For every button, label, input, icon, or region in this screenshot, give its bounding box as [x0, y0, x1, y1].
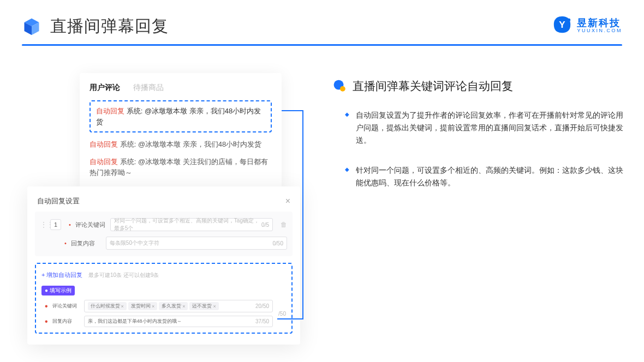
content-input[interactable]: 每条限50个中文字符 0/50	[106, 237, 287, 250]
tag-close-icon[interactable]: ×	[121, 304, 124, 309]
page-header: 直播间弹幕回复 Y 昱新科技 YUUXIN.COM	[0, 0, 644, 44]
tag-chip[interactable]: 发货时间×	[128, 302, 157, 310]
connector-line	[277, 318, 303, 319]
chat-bubble-icon	[333, 79, 347, 93]
logo-main-text: 昱新科技	[577, 18, 622, 28]
example-keyword-input[interactable]: 什么时候发货× 发货时间× 多久发货× 还不发货× 20/50	[84, 300, 273, 312]
example-content-counter: 37/50	[255, 318, 269, 324]
row-index-badge: 1	[50, 219, 61, 230]
example-keyword-counter: 20/50	[255, 303, 269, 309]
connector-line	[302, 110, 303, 319]
trash-icon[interactable]: 🗑	[281, 221, 287, 228]
required-dot: •	[64, 240, 67, 246]
auto-reply-tag: 自动回复	[90, 140, 118, 148]
tag-chip[interactable]: 多久发货×	[159, 302, 188, 310]
add-row: + 增加自动回复 最多可建10条 还可以创建9条	[41, 269, 286, 285]
tab-pending-products[interactable]: 待播商品	[133, 83, 164, 93]
comments-tabs: 用户评论 待播商品	[90, 83, 272, 93]
example-content-input[interactable]: 亲，我们这边都是下单48小时内发货的哦～ 37/50	[84, 316, 273, 327]
svg-point-1	[568, 19, 571, 22]
description-column: 直播间弹幕关键词评论自动回复 自动回复设置为了提升作者的评论回复效率，作者可在开…	[333, 62, 624, 207]
logo-sub-text: YUUXIN.COM	[577, 28, 622, 33]
content-label: 回复内容	[71, 239, 102, 248]
logo-icon: Y	[552, 15, 573, 36]
required-dot: •	[45, 317, 48, 327]
comment-row: 自动回复 系统: @冰墩墩本墩 亲亲，我们48小时内发货	[90, 139, 272, 150]
tab-user-comments[interactable]: 用户评论	[90, 83, 120, 93]
content-placeholder: 每条限50个中文字符	[110, 239, 159, 247]
page-title: 直播间弹幕回复	[50, 15, 169, 38]
auto-reply-tag: 自动回复	[96, 107, 124, 115]
bullet-list: 自动回复设置为了提升作者的评论回复效率，作者可在开播前针对常见的评论用户问题，提…	[333, 109, 624, 189]
svg-point-3	[340, 86, 345, 92]
tag-close-icon[interactable]: ×	[152, 304, 154, 309]
system-prefix: 系统:	[127, 107, 143, 115]
example-callout: + 增加自动回复 最多可建10条 还可以创建9条 ● 填写示例 • 评论关键词 …	[35, 263, 293, 334]
tag-chips: 什么时候发货× 发货时间× 多久发货× 还不发货×	[88, 302, 220, 310]
form-block: ⋮⋮ 1 • 评论关键词 对同一个问题，可设置多个相近、高频的关键词，Tag确定…	[35, 212, 293, 256]
example-badge: ● 填写示例	[41, 286, 75, 295]
tag-close-icon[interactable]: ×	[213, 304, 216, 309]
system-prefix: 系统:	[120, 140, 136, 148]
settings-title: 自动回复设置	[37, 196, 80, 206]
highlighted-comment-callout: 自动回复 系统: @冰墩墩本墩 亲亲，我们48小时内发货	[90, 100, 272, 132]
required-dot: •	[69, 221, 71, 228]
required-dot: •	[45, 301, 48, 311]
example-keyword-row: • 评论关键词 什么时候发货× 发货时间× 多久发货× 还不发货× 20/50	[41, 300, 273, 312]
drag-handle-icon[interactable]: ⋮⋮	[40, 221, 46, 228]
auto-reply-tag: 自动回复	[90, 158, 118, 166]
close-icon[interactable]: ×	[285, 196, 290, 206]
auto-reply-settings-card: 自动回复设置 × ⋮⋮ 1 • 评论关键词 对同一个问题，可设置多个相近、高频的…	[27, 186, 300, 345]
content-counter: 0/50	[273, 240, 283, 246]
add-auto-reply-link[interactable]: + 增加自动回复	[41, 271, 82, 279]
brand-logo: Y 昱新科技 YUUXIN.COM	[552, 15, 622, 36]
add-hint: 最多可建10条 还可以创建9条	[88, 272, 159, 278]
connector-line	[282, 110, 303, 111]
content-row: • 回复内容 每条限50个中文字符 0/50	[40, 237, 287, 250]
keyword-row: ⋮⋮ 1 • 评论关键词 对同一个问题，可设置多个相近、高频的关键词，Tag确定…	[40, 218, 287, 231]
keyword-input[interactable]: 对同一个问题，可设置多个相近、高频的关键词，Tag确定，最多5个 0/5	[110, 218, 273, 231]
section-title: 直播间弹幕关键词评论自动回复	[353, 79, 513, 94]
keyword-label: 评论关键词	[75, 221, 106, 229]
comment-text: @冰墩墩本墩 亲亲，我们48小时内发货	[138, 140, 261, 148]
comment-row: 自动回复 系统: @冰墩墩本墩 关注我们的店铺，每日都有热门推荐呦～	[90, 156, 272, 178]
tag-chip[interactable]: 还不发货×	[189, 302, 218, 310]
keyword-counter: 0/5	[261, 222, 269, 228]
comments-card: 用户评论 待播商品 自动回复 系统: @冰墩墩本墩 亲亲，我们48小时内发货 自…	[80, 73, 282, 190]
bullet-item: 自动回复设置为了提升作者的评论回复效率，作者可在开播前针对常见的评论用户问题，提…	[349, 109, 624, 147]
svg-text:Y: Y	[559, 20, 566, 30]
tag-close-icon[interactable]: ×	[182, 304, 185, 309]
tag-chip[interactable]: 什么时候发货×	[88, 302, 127, 310]
example-content-label: 回复内容	[52, 318, 80, 325]
settings-header: 自动回复设置 ×	[35, 194, 293, 212]
example-content-text: 亲，我们这边都是下单48小时内发货的哦～	[88, 318, 182, 325]
cube-icon	[22, 17, 41, 37]
example-keyword-label: 评论关键词	[52, 303, 80, 310]
system-prefix: 系统:	[120, 158, 136, 166]
section-heading: 直播间弹幕关键词评论自动回复	[333, 79, 624, 94]
keyword-placeholder: 对同一个问题，可设置多个相近、高频的关键词，Tag确定，最多5个	[114, 217, 261, 232]
bullet-item: 针对同一个问题，可设置多个相近的、高频的关键词。例如：这款多少钱、这块能优惠吗、…	[349, 164, 624, 189]
main-row: 用户评论 待播商品 自动回复 系统: @冰墩墩本墩 亲亲，我们48小时内发货 自…	[0, 46, 644, 346]
screenshots-column: 用户评论 待播商品 自动回复 系统: @冰墩墩本墩 亲亲，我们48小时内发货 自…	[27, 62, 311, 346]
example-content-row: • 回复内容 亲，我们这边都是下单48小时内发货的哦～ 37/50	[41, 316, 273, 327]
outer-counter: /50	[278, 311, 286, 317]
